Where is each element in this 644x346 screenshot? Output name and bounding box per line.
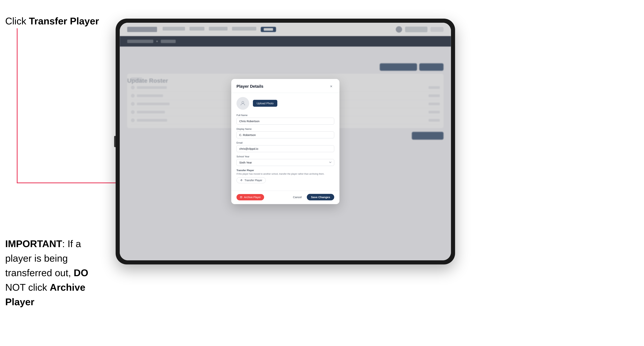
email-field-group: Email xyxy=(236,141,334,152)
archive-player-label: Archive Player xyxy=(244,196,261,199)
instruction-bottom: IMPORTANT: If a player is being transfer… xyxy=(5,236,110,309)
transfer-player-button[interactable]: Transfer Player xyxy=(236,177,266,183)
cancel-button[interactable]: Cancel xyxy=(290,194,305,200)
important-label: IMPORTANT xyxy=(5,238,62,249)
school-year-select[interactable]: Sixth Year xyxy=(236,159,334,166)
archive-icon xyxy=(240,196,242,198)
tablet-screen: Update Roster xyxy=(120,23,451,260)
modal-header: Player Details × xyxy=(231,79,340,93)
close-icon: × xyxy=(330,84,332,89)
full-name-field-group: Full Name xyxy=(236,114,334,125)
do-label: DO xyxy=(74,267,88,278)
school-year-label: School Year xyxy=(236,155,334,158)
transfer-player-label: Transfer Player xyxy=(244,179,262,182)
school-year-field-group: School Year Sixth Year xyxy=(236,155,334,166)
instruction-click-text: Click xyxy=(5,16,29,26)
display-name-label: Display Name xyxy=(236,128,334,130)
player-details-modal: Player Details × xyxy=(231,79,340,204)
svg-point-0 xyxy=(242,101,244,103)
annotation-line-vertical xyxy=(17,28,18,183)
photo-upload-row: Upload Photo xyxy=(236,97,334,110)
modal-overlay: Player Details × xyxy=(120,23,451,260)
transfer-section-title: Transfer Player xyxy=(236,169,334,172)
modal-footer: Archive Player Cancel Save Changes xyxy=(231,191,340,204)
email-input[interactable] xyxy=(236,145,334,152)
modal-body: Upload Photo Full Name Display Name xyxy=(231,93,340,191)
full-name-label: Full Name xyxy=(236,114,334,117)
transfer-icon xyxy=(240,179,243,182)
player-avatar xyxy=(236,97,249,110)
tablet-side-button xyxy=(114,136,116,147)
transfer-section-description: If this player has moved to another scho… xyxy=(236,173,334,175)
tablet-device: Update Roster xyxy=(116,19,455,264)
instruction-bold: Transfer Player xyxy=(29,16,99,26)
display-name-field-group: Display Name xyxy=(236,128,334,138)
modal-close-button[interactable]: × xyxy=(328,83,334,89)
not-text: NOT click xyxy=(5,282,50,293)
save-changes-button[interactable]: Save Changes xyxy=(307,194,334,200)
archive-player-button[interactable]: Archive Player xyxy=(236,194,264,200)
transfer-player-section: Transfer Player If this player has moved… xyxy=(236,169,334,183)
upload-photo-button[interactable]: Upload Photo xyxy=(253,100,277,107)
instruction-top: Click Transfer Player xyxy=(5,15,99,27)
modal-title: Player Details xyxy=(236,84,263,89)
full-name-input[interactable] xyxy=(236,118,334,125)
email-label: Email xyxy=(236,141,334,144)
display-name-input[interactable] xyxy=(236,132,334,138)
